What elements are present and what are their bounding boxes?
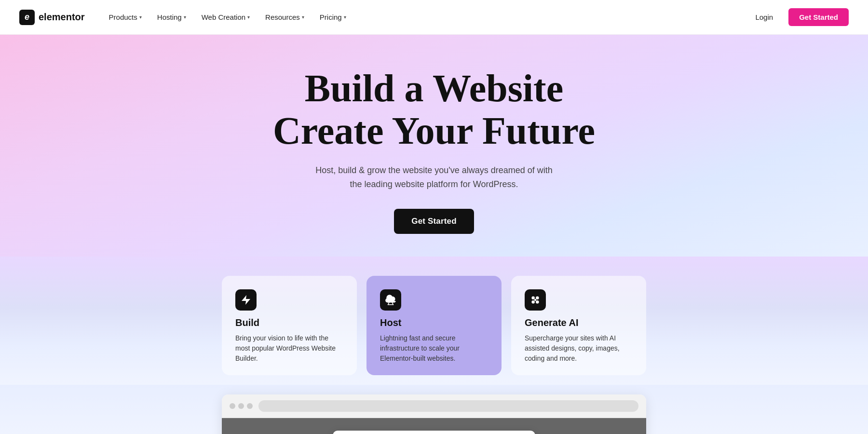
svg-point-2 <box>531 300 535 304</box>
browser-dots <box>230 403 253 409</box>
host-icon <box>380 289 401 311</box>
feature-card-build-title: Build <box>235 317 343 328</box>
navbar-left: e elementor Products ▾ Hosting ▾ Web Cre… <box>19 9 353 25</box>
nav-item-web-creation[interactable]: Web Creation ▾ <box>195 9 257 25</box>
feature-card-host[interactable]: Host Lightning fast and secure infrastru… <box>366 276 502 375</box>
chevron-down-icon: ▾ <box>247 14 250 20</box>
feature-card-build-desc: Bring your vision to life with the most … <box>235 333 343 364</box>
feature-cards-section: Build Bring your vision to life with the… <box>0 257 868 385</box>
nav-item-pricing[interactable]: Pricing ▾ <box>313 9 353 25</box>
feature-card-host-desc: Lightning fast and secure infrastructure… <box>380 333 488 364</box>
chevron-down-icon: ▾ <box>139 14 142 20</box>
nav-item-resources[interactable]: Resources ▾ <box>258 9 311 25</box>
browser-dot-green <box>247 403 253 409</box>
nav-items: Products ▾ Hosting ▾ Web Creation ▾ Reso… <box>102 9 353 25</box>
hero-section: Build a Website Create Your Future Host,… <box>0 35 868 257</box>
chevron-down-icon: ▾ <box>184 14 186 20</box>
feature-card-ai[interactable]: Generate AI Supercharge your sites with … <box>511 276 646 375</box>
browser-window: 🌐 Visitor Traffic August 15 2024 Visitor… <box>222 394 646 434</box>
hero-subtitle: Host, build & grow the website you've al… <box>309 163 559 191</box>
logo-letter: e <box>25 12 29 22</box>
feature-card-host-title: Host <box>380 317 488 328</box>
build-icon <box>235 289 257 311</box>
browser-bar <box>222 394 646 418</box>
nav-item-products[interactable]: Products ▾ <box>102 9 149 25</box>
svg-point-0 <box>531 296 535 299</box>
login-button[interactable]: Login <box>747 9 781 25</box>
svg-point-1 <box>536 296 539 299</box>
get-started-button-nav[interactable]: Get Started <box>788 8 849 26</box>
visitor-traffic-card: 🌐 Visitor Traffic August 15 2024 Visitor… <box>333 431 535 434</box>
chevron-down-icon: ▾ <box>302 14 304 20</box>
browser-preview-section: 🌐 Visitor Traffic August 15 2024 Visitor… <box>0 385 868 434</box>
logo-icon: e <box>19 10 35 25</box>
hero-title: Build a Website Create Your Future <box>273 67 595 152</box>
navbar-right: Login Get Started <box>747 8 849 26</box>
ai-icon <box>525 289 546 311</box>
svg-point-4 <box>534 299 536 301</box>
navbar: e elementor Products ▾ Hosting ▾ Web Cre… <box>0 0 868 35</box>
hero-cta-button[interactable]: Get Started <box>394 209 474 234</box>
browser-dot-red <box>230 403 235 409</box>
nav-item-hosting[interactable]: Hosting ▾ <box>150 9 193 25</box>
browser-url-bar <box>258 400 638 412</box>
browser-content: 🌐 Visitor Traffic August 15 2024 Visitor… <box>222 418 646 434</box>
svg-point-3 <box>536 300 539 304</box>
browser-dot-yellow <box>238 403 244 409</box>
logo[interactable]: e elementor <box>19 10 85 25</box>
feature-card-ai-desc: Supercharge your sites with AI assisted … <box>525 333 633 364</box>
feature-card-build[interactable]: Build Bring your vision to life with the… <box>222 276 357 375</box>
feature-card-ai-title: Generate AI <box>525 317 633 328</box>
chevron-down-icon: ▾ <box>344 14 346 20</box>
logo-text: elementor <box>39 12 85 23</box>
